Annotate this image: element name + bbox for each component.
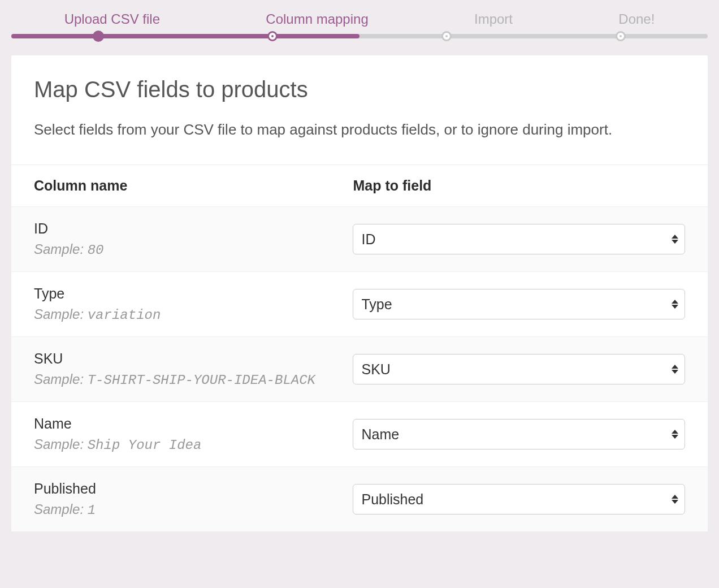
header-map-to-field: Map to field [353,178,685,194]
progress-bar-fill [11,34,360,38]
progress-dot-mapping [269,33,276,40]
step-column-mapping[interactable]: Column mapping [266,11,368,27]
progress-dot-upload [93,31,104,42]
step-import: Import [474,11,513,27]
column-name-label: ID [34,220,353,237]
page-title: Map CSV fields to products [34,77,685,102]
mapping-card: Map CSV fields to products Select fields… [11,55,708,531]
map-field-select-sku[interactable]: SKU [353,354,685,384]
table-row: Published Sample: 1 Published [11,466,708,531]
map-field-select-published[interactable]: Published [353,484,685,514]
column-sample: Sample: T-SHIRT-SHIP-YOUR-IDEA-BLACK [34,371,353,388]
progress-bar [11,34,708,38]
map-field-select-id[interactable]: ID [353,224,685,254]
column-sample: Sample: 80 [34,241,353,258]
column-sample: Sample: 1 [34,501,353,518]
table-row: Type Sample: variation Type [11,271,708,336]
mapping-table: Column name Map to field ID Sample: 80 I… [11,165,708,531]
card-header: Map CSV fields to products Select fields… [11,55,708,165]
progress-stepper: Upload CSV file Column mapping Import Do… [0,0,719,38]
map-field-select-name[interactable]: Name [353,419,685,449]
step-upload-csv[interactable]: Upload CSV file [64,11,160,27]
column-sample: Sample: Ship Your Idea [34,436,353,453]
column-name-label: Published [34,481,353,497]
column-name-label: SKU [34,351,353,367]
map-field-select-type[interactable]: Type [353,289,685,319]
step-done: Done! [618,11,655,27]
table-row: Name Sample: Ship Your Idea Name [11,401,708,466]
column-name-label: Type [34,286,353,302]
progress-dot-done [617,33,624,40]
header-column-name: Column name [34,178,353,194]
table-header: Column name Map to field [11,165,708,206]
progress-dot-import [443,33,450,40]
page-description: Select fields from your CSV file to map … [34,118,685,142]
column-sample: Sample: variation [34,306,353,323]
table-row: SKU Sample: T-SHIRT-SHIP-YOUR-IDEA-BLACK… [11,336,708,401]
table-row: ID Sample: 80 ID [11,206,708,271]
column-name-label: Name [34,416,353,432]
